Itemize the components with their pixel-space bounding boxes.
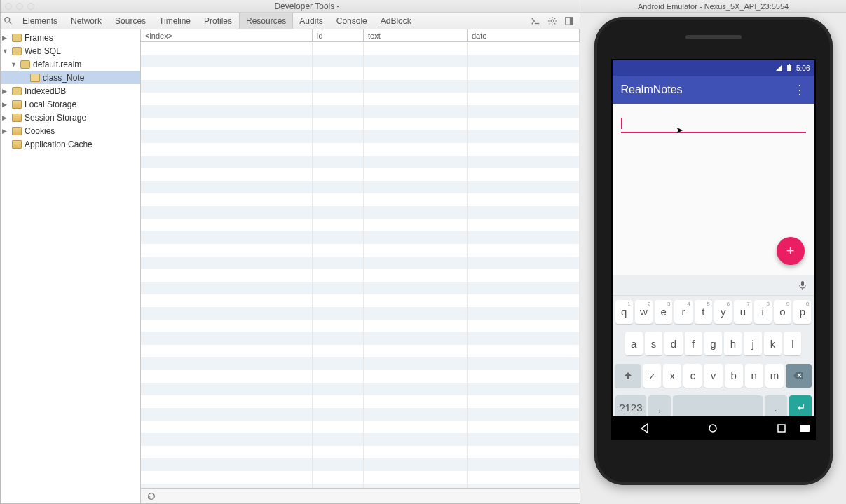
table-row[interactable] — [141, 67, 580, 80]
key-f[interactable]: f — [685, 332, 702, 355]
sidebar-item-cookies[interactable]: ▶ Cookies — [1, 124, 140, 137]
table-row[interactable] — [141, 484, 580, 488]
table-row[interactable] — [141, 118, 580, 130]
key-u[interactable]: u7 — [734, 300, 751, 324]
sidebar-item-class-note[interactable]: class_Note — [1, 71, 140, 84]
tab-resources[interactable]: Resources — [239, 13, 293, 29]
tab-profiles[interactable]: Profiles — [198, 13, 239, 29]
sidebar-item-frames[interactable]: ▶ Frames — [1, 31, 140, 44]
console-toggle-icon[interactable] — [531, 16, 540, 26]
tab-console[interactable]: Console — [330, 13, 374, 29]
col-header-index[interactable]: <index> — [141, 29, 313, 41]
sidebar-item-realm-db[interactable]: ▼ default.realm — [1, 57, 140, 71]
table-row[interactable] — [141, 458, 580, 471]
table-row[interactable] — [141, 307, 580, 320]
grid-body[interactable] — [141, 42, 580, 488]
mic-icon[interactable] — [798, 280, 807, 290]
key-q[interactable]: q1 — [615, 300, 633, 324]
key-r[interactable]: r4 — [674, 300, 692, 324]
table-row[interactable] — [141, 93, 580, 105]
table-row[interactable] — [141, 269, 580, 282]
sidebar-item-websql[interactable]: ▼ Web SQL — [1, 44, 140, 57]
overflow-menu-icon[interactable]: ⋮ — [793, 82, 806, 97]
tab-timeline[interactable]: Timeline — [153, 13, 198, 29]
table-row[interactable] — [141, 80, 580, 93]
table-row[interactable] — [141, 130, 580, 143]
tab-adblock[interactable]: AdBlock — [374, 13, 418, 29]
key-a[interactable]: a — [625, 332, 643, 355]
nav-keyboard-icon[interactable] — [799, 424, 810, 433]
gear-icon[interactable] — [547, 16, 557, 26]
nav-recents-icon[interactable] — [776, 423, 787, 434]
zoom-window-button[interactable] — [27, 3, 34, 10]
search-icon[interactable] — [1, 13, 16, 29]
fab-add-button[interactable]: + — [777, 237, 805, 265]
tab-network[interactable]: Network — [64, 13, 109, 29]
table-row[interactable] — [141, 231, 580, 244]
key-y[interactable]: y6 — [714, 300, 732, 324]
table-row[interactable] — [141, 244, 580, 257]
dock-icon[interactable] — [564, 16, 574, 26]
key-d[interactable]: d — [664, 332, 682, 355]
col-header-id[interactable]: id — [313, 29, 364, 41]
key-x[interactable]: x — [663, 364, 681, 388]
table-row[interactable] — [141, 168, 580, 181]
key-v[interactable]: v — [704, 364, 722, 388]
tab-elements[interactable]: Elements — [16, 13, 64, 29]
sidebar-item-local-storage[interactable]: ▶ Local Storage — [1, 97, 140, 111]
key-w[interactable]: w2 — [635, 300, 653, 324]
minimize-window-button[interactable] — [16, 3, 23, 10]
table-row[interactable] — [141, 357, 580, 370]
key-m[interactable]: m — [765, 364, 784, 388]
table-row[interactable] — [141, 105, 580, 118]
table-row[interactable] — [141, 433, 580, 446]
sidebar-item-session-storage[interactable]: ▶ Session Storage — [1, 111, 140, 124]
key-p[interactable]: p0 — [793, 300, 811, 324]
key-b[interactable]: b — [725, 364, 743, 388]
table-row[interactable] — [141, 408, 580, 421]
close-window-button[interactable] — [5, 3, 12, 10]
nav-home-icon[interactable] — [707, 423, 718, 434]
table-row[interactable] — [141, 206, 580, 219]
key-h[interactable]: h — [724, 332, 742, 355]
table-row[interactable] — [141, 181, 580, 193]
key-k[interactable]: k — [764, 332, 782, 355]
nav-back-icon[interactable] — [639, 423, 650, 434]
key-g[interactable]: g — [704, 332, 722, 355]
table-row[interactable] — [141, 55, 580, 67]
table-row[interactable] — [141, 395, 580, 408]
tab-sources[interactable]: Sources — [109, 13, 153, 29]
table-row[interactable] — [141, 345, 580, 357]
note-input[interactable]: ➤ — [621, 116, 806, 133]
key-c[interactable]: c — [683, 364, 702, 388]
key-n[interactable]: n — [745, 364, 763, 388]
table-row[interactable] — [141, 294, 580, 307]
table-row[interactable] — [141, 42, 580, 55]
table-row[interactable] — [141, 257, 580, 269]
refresh-icon[interactable] — [146, 491, 156, 501]
sidebar-item-appcache[interactable]: Application Cache — [1, 137, 140, 151]
table-row[interactable] — [141, 143, 580, 156]
key-i[interactable]: i8 — [754, 300, 772, 324]
col-header-text[interactable]: text — [364, 29, 468, 41]
key-t[interactable]: t5 — [695, 300, 712, 324]
table-row[interactable] — [141, 383, 580, 395]
key-s[interactable]: s — [645, 332, 662, 355]
key-j[interactable]: j — [744, 332, 761, 355]
key-z[interactable]: z — [643, 364, 661, 388]
tab-audits[interactable]: Audits — [293, 13, 329, 29]
key-e[interactable]: e3 — [655, 300, 672, 324]
table-row[interactable] — [141, 219, 580, 231]
sidebar-item-indexeddb[interactable]: ▶ IndexedDB — [1, 84, 140, 97]
table-row[interactable] — [141, 332, 580, 345]
key-o[interactable]: o9 — [774, 300, 791, 324]
key-l[interactable]: l — [784, 332, 801, 355]
table-row[interactable] — [141, 421, 580, 433]
key-shift[interactable] — [615, 364, 641, 388]
table-row[interactable] — [141, 156, 580, 168]
table-row[interactable] — [141, 193, 580, 206]
table-row[interactable] — [141, 282, 580, 294]
table-row[interactable] — [141, 320, 580, 332]
table-row[interactable] — [141, 471, 580, 484]
table-row[interactable] — [141, 446, 580, 458]
